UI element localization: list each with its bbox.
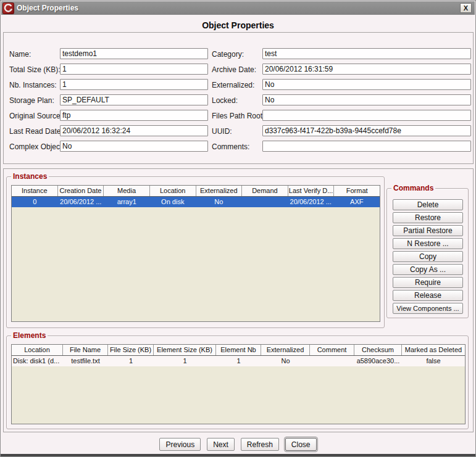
copy-button[interactable]: Copy: [393, 251, 463, 262]
archive-date-label: Archive Date:: [212, 65, 256, 74]
cell-file-name: testfile.txt: [63, 356, 108, 366]
externalized-label: Externalized:: [212, 81, 254, 89]
cell-externalized: No: [261, 356, 310, 366]
column-header[interactable]: Marked as Deleted: [402, 345, 465, 355]
column-header[interactable]: Creation Date: [58, 186, 104, 196]
refresh-button[interactable]: Refresh: [241, 438, 279, 451]
commands-group-title: Commands: [391, 184, 435, 192]
cell-media: array1: [104, 197, 150, 207]
cell-location: Disk: disk1 (d...: [12, 356, 63, 366]
release-button[interactable]: Release: [393, 290, 463, 301]
column-header[interactable]: Externalized: [196, 186, 243, 196]
instances-table-header: Instance Creation Date Media Location Ex…: [12, 186, 380, 197]
locked-label: Locked:: [212, 96, 238, 105]
locked-field[interactable]: [262, 94, 471, 105]
object-properties-window: Object Properties X Object Properties Na…: [0, 0, 476, 457]
cell-location: On disk: [150, 197, 196, 207]
nb-instances-label: Nb. Instances:: [9, 81, 57, 89]
column-header[interactable]: Instance: [12, 186, 58, 196]
category-field[interactable]: [262, 48, 471, 59]
total-size-label: Total Size (KB):: [9, 65, 61, 74]
cell-element-size: 1: [154, 356, 216, 366]
n-restore-button[interactable]: N Restore ...: [393, 238, 463, 249]
partial-restore-button[interactable]: Partial Restore: [393, 225, 463, 236]
name-label: Name:: [9, 50, 31, 59]
details-panel: Instances Instance Creation Date Media L…: [3, 168, 474, 432]
column-header[interactable]: Location: [12, 345, 63, 355]
column-header[interactable]: Last Verify D...: [288, 186, 335, 196]
comments-label: Comments:: [212, 142, 249, 151]
view-components-button[interactable]: View Components ...: [393, 303, 463, 314]
name-field[interactable]: [60, 48, 208, 59]
externalized-field[interactable]: [262, 79, 471, 90]
cell-creation-date: 20/06/2012 ...: [58, 197, 104, 207]
delete-button[interactable]: Delete: [393, 199, 463, 210]
properties-form-panel: Name: Total Size (KB): Nb. Instances: St…: [3, 32, 474, 164]
archive-date-field[interactable]: [262, 64, 471, 75]
original-source-field[interactable]: [60, 110, 208, 121]
cell-format: AXF: [334, 197, 380, 207]
elements-table-row[interactable]: Disk: disk1 (d... testfile.txt 1 1 1 No …: [12, 356, 465, 366]
close-button[interactable]: X: [460, 3, 472, 13]
instances-table-row[interactable]: 0 20/06/2012 ... array1 On disk No 20/06…: [12, 197, 380, 207]
cell-instance: 0: [12, 197, 58, 207]
comments-field[interactable]: [262, 141, 471, 152]
storage-plan-label: Storage Plan:: [9, 96, 54, 105]
column-header[interactable]: File Size (KB): [108, 345, 154, 355]
column-header[interactable]: Checksum: [354, 345, 402, 355]
previous-button[interactable]: Previous: [159, 438, 201, 451]
last-read-date-label: Last Read Date:: [9, 127, 63, 136]
close-icon: X: [464, 4, 468, 12]
column-header[interactable]: Element Nb: [216, 345, 261, 355]
column-header[interactable]: Location: [150, 186, 196, 196]
require-button[interactable]: Require: [393, 277, 463, 288]
column-header[interactable]: Format: [334, 186, 380, 196]
cell-externalized: No: [196, 197, 242, 207]
column-header[interactable]: File Name: [63, 345, 108, 355]
instances-table: Instance Creation Date Media Location Ex…: [11, 185, 380, 322]
uuid-field[interactable]: [262, 125, 471, 136]
elements-table: Location File Name File Size (KB) Elemen…: [11, 344, 466, 424]
cell-comment: [310, 356, 354, 366]
column-header[interactable]: Demand: [242, 186, 288, 196]
app-logo-icon: [2, 2, 14, 14]
total-size-field[interactable]: [60, 64, 208, 75]
close-dialog-button[interactable]: Close: [285, 438, 317, 451]
column-header[interactable]: Comment: [310, 345, 354, 355]
footer-button-bar: Previous Next Refresh Close: [1, 438, 475, 453]
cell-checksum: a5890ace30...: [354, 356, 402, 366]
original-source-label: Original Source:: [9, 112, 62, 120]
last-read-date-field[interactable]: [60, 125, 208, 136]
cell-last-verify-date: 20/06/2012 ...: [288, 197, 334, 207]
titlebar[interactable]: Object Properties X: [1, 1, 475, 15]
uuid-label: UUID:: [212, 127, 232, 136]
column-header[interactable]: Element Size (KB): [154, 345, 216, 355]
complex-object-field[interactable]: [60, 141, 208, 152]
copy-as-button[interactable]: Copy As ...: [393, 264, 463, 275]
elements-group: Elements Location File Name File Size (K…: [6, 336, 469, 429]
window-title: Object Properties: [17, 4, 78, 12]
storage-plan-field[interactable]: [60, 94, 208, 105]
page-title: Object Properties: [1, 20, 475, 30]
elements-table-header: Location File Name File Size (KB) Elemen…: [12, 345, 465, 356]
column-header[interactable]: Media: [104, 186, 150, 196]
cell-file-size: 1: [108, 356, 154, 366]
category-label: Category:: [212, 50, 244, 59]
window-bottom-edge: [1, 454, 475, 456]
instances-group-title: Instances: [11, 172, 49, 181]
elements-group-title: Elements: [11, 331, 48, 340]
files-path-root-field[interactable]: [262, 110, 471, 121]
nb-instances-field[interactable]: [60, 79, 208, 90]
next-button[interactable]: Next: [207, 438, 235, 451]
commands-group: Commands Delete Restore Partial Restore …: [386, 188, 469, 318]
cell-demand: [242, 197, 288, 207]
restore-button[interactable]: Restore: [393, 212, 463, 223]
instances-group: Instances Instance Creation Date Media L…: [6, 176, 385, 328]
cell-marked-deleted: false: [402, 356, 465, 366]
complex-object-label: Complex Object:: [9, 142, 64, 151]
files-path-root-label: Files Path Root:: [212, 112, 264, 120]
cell-element-nb: 1: [216, 356, 261, 366]
column-header[interactable]: Externalized: [261, 345, 310, 355]
